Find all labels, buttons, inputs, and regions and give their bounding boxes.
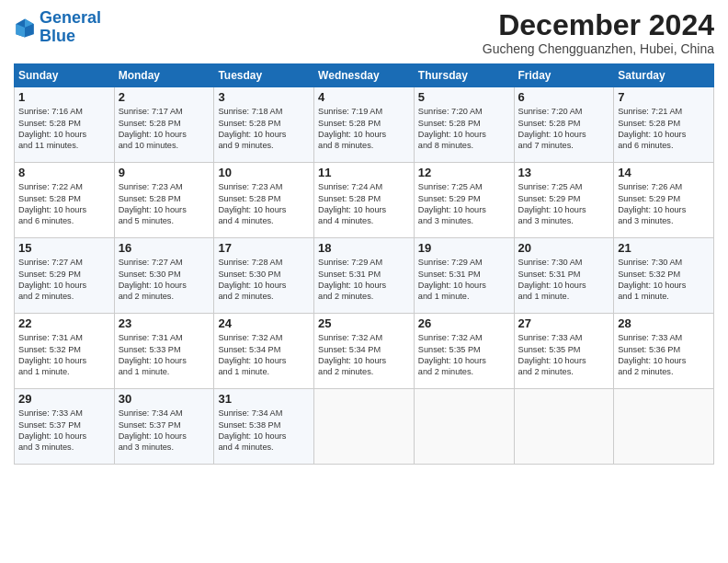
logo-line2: Blue xyxy=(40,27,75,45)
weekday-header: Sunday xyxy=(15,64,115,87)
cell-content: Sunrise: 7:25 AMSunset: 5:29 PMDaylight:… xyxy=(518,181,610,227)
calendar-cell: 1Sunrise: 7:16 AMSunset: 5:28 PMDaylight… xyxy=(15,87,115,163)
calendar-cell: 15Sunrise: 7:27 AMSunset: 5:29 PMDayligh… xyxy=(15,238,115,314)
day-number: 14 xyxy=(618,166,710,179)
calendar-week-row: 22Sunrise: 7:31 AMSunset: 5:32 PMDayligh… xyxy=(15,314,714,389)
calendar-cell: 10Sunrise: 7:23 AMSunset: 5:28 PMDayligh… xyxy=(214,163,314,238)
cell-content: Sunrise: 7:20 AMSunset: 5:28 PMDaylight:… xyxy=(418,106,510,152)
calendar-cell: 24Sunrise: 7:32 AMSunset: 5:34 PMDayligh… xyxy=(214,314,314,389)
calendar-header: SundayMondayTuesdayWednesdayThursdayFrid… xyxy=(15,64,714,87)
calendar-cell: 18Sunrise: 7:29 AMSunset: 5:31 PMDayligh… xyxy=(314,238,415,314)
day-number: 3 xyxy=(218,90,310,104)
calendar-cell: 12Sunrise: 7:25 AMSunset: 5:29 PMDayligh… xyxy=(414,163,514,238)
day-number: 30 xyxy=(119,392,210,406)
day-number: 27 xyxy=(518,316,610,330)
calendar-cell xyxy=(614,389,714,465)
cell-content: Sunrise: 7:21 AMSunset: 5:28 PMDaylight:… xyxy=(618,106,710,152)
cell-content: Sunrise: 7:17 AMSunset: 5:28 PMDaylight:… xyxy=(119,106,210,152)
weekday-header: Friday xyxy=(514,64,614,87)
calendar-cell: 14Sunrise: 7:26 AMSunset: 5:29 PMDayligh… xyxy=(614,163,714,238)
day-number: 8 xyxy=(18,166,110,179)
month-title: December 2024 xyxy=(483,9,714,41)
calendar-cell: 6Sunrise: 7:20 AMSunset: 5:28 PMDaylight… xyxy=(514,87,614,163)
cell-content: Sunrise: 7:30 AMSunset: 5:32 PMDaylight:… xyxy=(618,257,710,303)
cell-content: Sunrise: 7:32 AMSunset: 5:34 PMDaylight:… xyxy=(218,332,310,378)
cell-content: Sunrise: 7:23 AMSunset: 5:28 PMDaylight:… xyxy=(119,181,210,227)
cell-content: Sunrise: 7:26 AMSunset: 5:29 PMDaylight:… xyxy=(618,181,710,227)
day-number: 23 xyxy=(119,316,210,330)
day-number: 18 xyxy=(318,241,410,255)
day-number: 1 xyxy=(18,90,110,104)
calendar-cell: 5Sunrise: 7:20 AMSunset: 5:28 PMDaylight… xyxy=(414,87,514,163)
calendar-cell: 2Sunrise: 7:17 AMSunset: 5:28 PMDaylight… xyxy=(114,87,214,163)
day-number: 12 xyxy=(418,166,510,179)
cell-content: Sunrise: 7:31 AMSunset: 5:33 PMDaylight:… xyxy=(119,332,210,378)
cell-content: Sunrise: 7:30 AMSunset: 5:31 PMDaylight:… xyxy=(518,257,610,303)
calendar-cell: 17Sunrise: 7:28 AMSunset: 5:30 PMDayligh… xyxy=(214,238,314,314)
calendar-week-row: 29Sunrise: 7:33 AMSunset: 5:37 PMDayligh… xyxy=(15,389,714,465)
cell-content: Sunrise: 7:33 AMSunset: 5:37 PMDaylight:… xyxy=(18,408,110,454)
calendar-cell: 3Sunrise: 7:18 AMSunset: 5:28 PMDaylight… xyxy=(214,87,314,163)
day-number: 25 xyxy=(318,316,410,330)
day-number: 19 xyxy=(418,241,510,255)
calendar-body: 1Sunrise: 7:16 AMSunset: 5:28 PMDaylight… xyxy=(15,87,714,465)
calendar-table: SundayMondayTuesdayWednesdayThursdayFrid… xyxy=(14,63,714,465)
calendar-cell: 31Sunrise: 7:34 AMSunset: 5:38 PMDayligh… xyxy=(214,389,314,465)
day-number: 21 xyxy=(618,241,710,255)
header: General Blue December 2024 Gucheng Cheng… xyxy=(14,9,714,56)
calendar-week-row: 8Sunrise: 7:22 AMSunset: 5:28 PMDaylight… xyxy=(15,163,714,238)
cell-content: Sunrise: 7:34 AMSunset: 5:38 PMDaylight:… xyxy=(218,408,310,454)
calendar-cell: 4Sunrise: 7:19 AMSunset: 5:28 PMDaylight… xyxy=(314,87,415,163)
day-number: 16 xyxy=(119,241,210,255)
cell-content: Sunrise: 7:25 AMSunset: 5:29 PMDaylight:… xyxy=(418,181,510,227)
day-number: 15 xyxy=(18,241,110,255)
day-number: 10 xyxy=(218,166,310,179)
day-number: 20 xyxy=(518,241,610,255)
cell-content: Sunrise: 7:20 AMSunset: 5:28 PMDaylight:… xyxy=(518,106,610,152)
cell-content: Sunrise: 7:27 AMSunset: 5:29 PMDaylight:… xyxy=(18,257,110,303)
calendar-week-row: 1Sunrise: 7:16 AMSunset: 5:28 PMDaylight… xyxy=(15,87,714,163)
calendar-cell: 19Sunrise: 7:29 AMSunset: 5:31 PMDayligh… xyxy=(414,238,514,314)
cell-content: Sunrise: 7:22 AMSunset: 5:28 PMDaylight:… xyxy=(18,181,110,227)
logo-line1: General xyxy=(40,8,101,27)
calendar-cell: 30Sunrise: 7:34 AMSunset: 5:37 PMDayligh… xyxy=(114,389,214,465)
logo: General Blue xyxy=(14,9,101,46)
logo-text: General Blue xyxy=(40,9,101,46)
weekday-header: Tuesday xyxy=(214,64,314,87)
calendar-cell: 26Sunrise: 7:32 AMSunset: 5:35 PMDayligh… xyxy=(414,314,514,389)
cell-content: Sunrise: 7:24 AMSunset: 5:28 PMDaylight:… xyxy=(318,181,410,227)
cell-content: Sunrise: 7:28 AMSunset: 5:30 PMDaylight:… xyxy=(218,257,310,303)
calendar-cell xyxy=(414,389,514,465)
weekday-header: Thursday xyxy=(414,64,514,87)
day-number: 7 xyxy=(618,90,710,104)
location: Gucheng Chengguanzhen, Hubei, China xyxy=(483,41,714,56)
day-number: 29 xyxy=(18,392,110,406)
title-block: December 2024 Gucheng Chengguanzhen, Hub… xyxy=(483,9,714,56)
day-number: 26 xyxy=(418,316,510,330)
weekday-row: SundayMondayTuesdayWednesdayThursdayFrid… xyxy=(15,64,714,87)
page: General Blue December 2024 Gucheng Cheng… xyxy=(0,0,728,563)
weekday-header: Monday xyxy=(114,64,214,87)
cell-content: Sunrise: 7:19 AMSunset: 5:28 PMDaylight:… xyxy=(318,106,410,152)
day-number: 28 xyxy=(618,316,710,330)
calendar-week-row: 15Sunrise: 7:27 AMSunset: 5:29 PMDayligh… xyxy=(15,238,714,314)
cell-content: Sunrise: 7:32 AMSunset: 5:35 PMDaylight:… xyxy=(418,332,510,378)
day-number: 11 xyxy=(318,166,410,179)
day-number: 31 xyxy=(218,392,310,406)
cell-content: Sunrise: 7:31 AMSunset: 5:32 PMDaylight:… xyxy=(18,332,110,378)
calendar-cell: 21Sunrise: 7:30 AMSunset: 5:32 PMDayligh… xyxy=(614,238,714,314)
cell-content: Sunrise: 7:32 AMSunset: 5:34 PMDaylight:… xyxy=(318,332,410,378)
cell-content: Sunrise: 7:34 AMSunset: 5:37 PMDaylight:… xyxy=(119,408,210,454)
calendar-cell: 28Sunrise: 7:33 AMSunset: 5:36 PMDayligh… xyxy=(614,314,714,389)
calendar-cell: 11Sunrise: 7:24 AMSunset: 5:28 PMDayligh… xyxy=(314,163,415,238)
calendar-cell: 13Sunrise: 7:25 AMSunset: 5:29 PMDayligh… xyxy=(514,163,614,238)
day-number: 2 xyxy=(119,90,210,104)
weekday-header: Saturday xyxy=(614,64,714,87)
calendar-cell xyxy=(514,389,614,465)
calendar-cell: 7Sunrise: 7:21 AMSunset: 5:28 PMDaylight… xyxy=(614,87,714,163)
weekday-header: Wednesday xyxy=(314,64,415,87)
calendar-cell: 23Sunrise: 7:31 AMSunset: 5:33 PMDayligh… xyxy=(114,314,214,389)
calendar-cell: 29Sunrise: 7:33 AMSunset: 5:37 PMDayligh… xyxy=(15,389,115,465)
cell-content: Sunrise: 7:16 AMSunset: 5:28 PMDaylight:… xyxy=(18,106,110,152)
cell-content: Sunrise: 7:23 AMSunset: 5:28 PMDaylight:… xyxy=(218,181,310,227)
